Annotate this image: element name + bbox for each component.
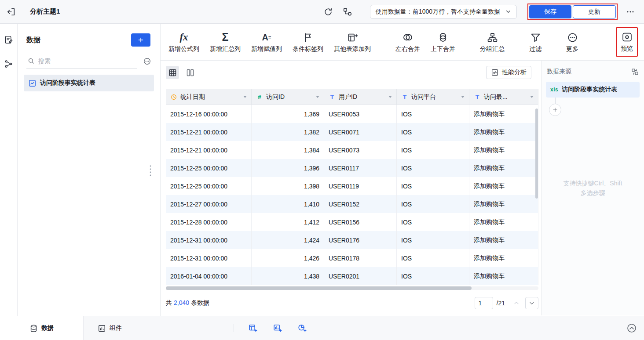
add-table-button[interactable] bbox=[246, 322, 260, 335]
row-count: 共 2,040 条数据 bbox=[166, 299, 209, 307]
tab-data[interactable]: 数据 bbox=[0, 316, 84, 340]
total-suffix: 条数据 bbox=[191, 299, 209, 307]
plus-icon bbox=[552, 107, 558, 113]
search-input[interactable] bbox=[38, 58, 136, 65]
page-title: 分析主题1 bbox=[30, 7, 60, 16]
table-row[interactable]: 2015-12-25 00:00:001,398USER0119IOS添加购物车 bbox=[166, 177, 538, 195]
data-volume-dropdown[interactable]: 使用数据量：前1000万行，暂不支持全量数据 bbox=[370, 5, 517, 19]
data-table: 统计日期 # 访问ID T 用户ID T 访问 bbox=[166, 89, 538, 285]
column-dropdown-caret[interactable] bbox=[461, 96, 465, 98]
toolbar-other-table-column[interactable]: 其他表添加列 bbox=[334, 31, 371, 53]
toolbar-more[interactable]: 更多 bbox=[566, 31, 578, 53]
table-cell: 添加购物车 bbox=[469, 177, 538, 195]
exit-icon[interactable] bbox=[4, 5, 18, 18]
layout-switch-icon[interactable] bbox=[631, 68, 639, 76]
table-add-column-icon bbox=[347, 31, 358, 43]
blood-relation-icon[interactable] bbox=[2, 58, 15, 70]
column-header-platform[interactable]: T 访问平台 bbox=[397, 89, 469, 105]
table-row[interactable]: 2015-12-28 00:00:001,412USER0156IOS添加购物车 bbox=[166, 213, 538, 231]
column-label: 访问ID bbox=[266, 93, 285, 101]
horizontal-scrollbar[interactable] bbox=[166, 286, 472, 290]
add-table-icon bbox=[248, 323, 258, 333]
toolbar-new-summary-column[interactable]: Σ 新增汇总列 bbox=[210, 31, 241, 53]
column-header-visit-id[interactable]: # 访问ID bbox=[252, 89, 324, 105]
table-cell: 添加购物车 bbox=[469, 159, 538, 177]
tab-component[interactable]: 组件 bbox=[86, 316, 133, 340]
more-actions-icon[interactable] bbox=[624, 5, 637, 18]
clock-icon bbox=[170, 94, 177, 101]
table-cell: 添加购物车 bbox=[469, 123, 538, 141]
search-box[interactable] bbox=[26, 54, 137, 69]
search-more-icon[interactable] bbox=[141, 55, 153, 67]
table-header-row: 统计日期 # 访问ID T 用户ID T 访问 bbox=[166, 89, 538, 105]
toolbar-preview[interactable]: 预览 bbox=[616, 27, 638, 57]
add-step-button[interactable] bbox=[549, 104, 561, 116]
table-row[interactable]: 2015-12-31 00:00:001,424USER0176IOS添加购物车 bbox=[166, 231, 538, 249]
update-button[interactable]: 更新 bbox=[573, 5, 616, 18]
total-count: 2,040 bbox=[174, 299, 189, 307]
collapse-panel-button[interactable] bbox=[626, 323, 637, 333]
table-row[interactable]: 2015-12-25 00:00:001,396USER0117IOS添加购物车 bbox=[166, 159, 538, 177]
analysis-table-icon bbox=[28, 79, 37, 87]
edit-data-icon[interactable] bbox=[2, 33, 15, 46]
page-up-button[interactable] bbox=[513, 300, 520, 307]
add-chart-button[interactable] bbox=[271, 322, 284, 335]
pagination: /21 bbox=[475, 297, 538, 309]
venn-horizontal-icon bbox=[402, 31, 413, 43]
dataset-list-item[interactable]: 访问阶段事实统计表 bbox=[24, 75, 154, 91]
ellipsis-icon bbox=[626, 7, 635, 17]
refresh-icon[interactable] bbox=[322, 5, 335, 18]
toolbar-merge-top-bottom[interactable]: 上下合并 bbox=[431, 31, 455, 53]
data-source-title: 数据来源 bbox=[547, 68, 571, 76]
table-row[interactable]: 2015-12-21 00:00:001,384USER0073IOS添加购物车 bbox=[166, 141, 538, 159]
column-dropdown-caret[interactable] bbox=[243, 96, 247, 98]
lineage-icon[interactable] bbox=[341, 5, 354, 18]
table-row[interactable]: 2015-12-21 00:00:001,382USER0071IOS添加购物车 bbox=[166, 123, 538, 141]
top-bar-actions: 使用数据量：前1000万行，暂不支持全量数据 保存 更新 bbox=[322, 4, 637, 20]
column-dropdown-caret[interactable] bbox=[316, 96, 319, 98]
edit-toolbar: fx 新增公式列 Σ 新增汇总列 A= 新增赋值列 条件标签列 其他表添加列 左… bbox=[161, 24, 644, 61]
preview-icon bbox=[622, 30, 633, 43]
card-view-toggle[interactable] bbox=[183, 66, 197, 79]
save-button[interactable]: 保存 bbox=[529, 5, 571, 18]
table-cell: IOS bbox=[397, 267, 469, 285]
column-dropdown-caret[interactable] bbox=[388, 96, 392, 98]
add-data-button[interactable] bbox=[131, 33, 150, 47]
xls-icon: xls bbox=[550, 87, 558, 93]
data-source-header: 数据来源 bbox=[542, 61, 644, 81]
column-header-visit-stage[interactable]: T 访问最... bbox=[469, 89, 538, 105]
column-label: 访问最... bbox=[484, 93, 508, 101]
source-step-item[interactable]: xls 访问阶段事实统计表 bbox=[546, 82, 640, 98]
toolbar-filter[interactable]: 过滤 bbox=[529, 31, 542, 53]
table-row[interactable]: 2015-12-31 00:00:001,426USER0178IOS添加购物车 bbox=[166, 249, 538, 267]
toolbar-new-assign-column[interactable]: A= 新增赋值列 bbox=[251, 31, 282, 53]
page-down-button[interactable] bbox=[525, 297, 538, 309]
add-chart-icon bbox=[273, 323, 282, 333]
toolbar-condition-tag-column[interactable]: 条件标签列 bbox=[293, 31, 323, 53]
horizontal-scrollbar-track bbox=[166, 286, 538, 290]
panel-resize-handle[interactable] bbox=[148, 163, 153, 178]
total-prefix: 共 bbox=[166, 299, 172, 307]
table-cell: IOS bbox=[397, 123, 469, 141]
table-cell: USER0178 bbox=[324, 249, 397, 267]
table-area: 性能分析 统计日期 # 访问ID T bbox=[161, 61, 541, 315]
vertical-scrollbar[interactable] bbox=[535, 109, 538, 199]
table-cell: 1,398 bbox=[252, 177, 324, 195]
toolbar-group-summary[interactable]: 分组汇总 bbox=[480, 31, 505, 53]
refresh-icon bbox=[323, 7, 333, 17]
add-pie-button[interactable] bbox=[296, 322, 309, 335]
column-header-date[interactable]: 统计日期 bbox=[166, 89, 252, 105]
toolbar-new-formula-column[interactable]: fx 新增公式列 bbox=[168, 31, 199, 53]
table-row[interactable]: 2016-01-04 00:00:001,438USER0201IOS添加购物车 bbox=[166, 267, 538, 285]
column-header-user-id[interactable]: T 用户ID bbox=[324, 89, 397, 105]
table-row[interactable]: 2015-12-27 00:00:001,410USER0152IOS添加购物车 bbox=[166, 195, 538, 213]
performance-analysis-button[interactable]: 性能分析 bbox=[486, 66, 531, 79]
table-cell: 2015-12-21 00:00:00 bbox=[166, 123, 252, 141]
table-cell: 2015-12-27 00:00:00 bbox=[166, 195, 252, 213]
toolbar-merge-left-right[interactable]: 左右合并 bbox=[395, 31, 420, 53]
assign-letter: A bbox=[262, 32, 268, 43]
table-row[interactable]: 2015-12-16 00:00:001,369USER0053IOS添加购物车 bbox=[166, 105, 538, 123]
grid-view-toggle[interactable] bbox=[166, 66, 179, 79]
page-input[interactable] bbox=[475, 297, 493, 309]
column-dropdown-caret[interactable] bbox=[530, 96, 534, 98]
